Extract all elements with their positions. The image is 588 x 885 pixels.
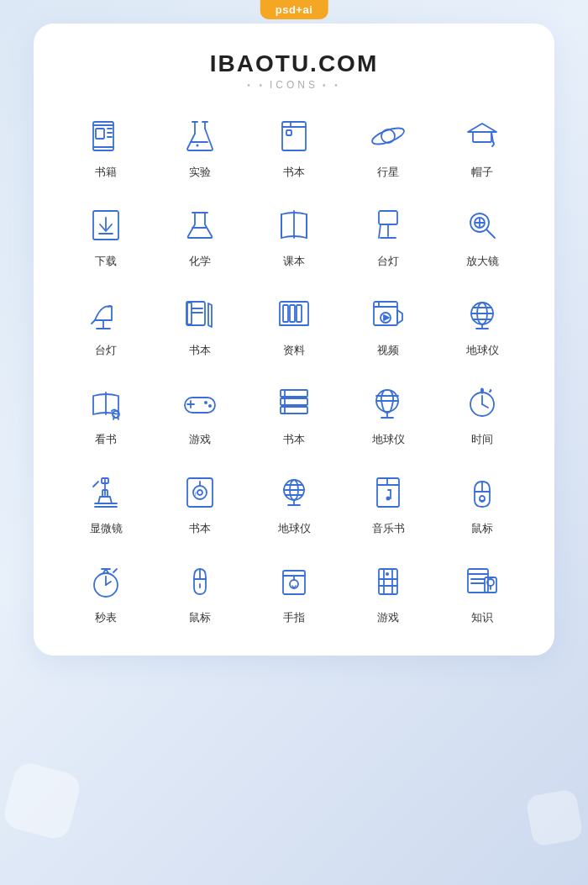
svg-rect-118 xyxy=(283,571,305,594)
tadeng2-icon xyxy=(84,292,128,336)
icon-grid: 书籍 实验 书本 行星 帽子 xyxy=(59,114,529,625)
shuben3-icon xyxy=(272,382,316,425)
deco-corner-bl xyxy=(1,760,83,842)
list-item: 下载 xyxy=(59,203,153,269)
list-item: 鼠标 xyxy=(153,560,247,625)
shuben2-label: 书本 xyxy=(189,343,211,358)
xiazai-label: 下载 xyxy=(95,254,117,269)
biaobiao-icon xyxy=(84,560,128,603)
huaxue-icon xyxy=(178,203,222,247)
kanshu-label: 看书 xyxy=(95,432,117,447)
svg-rect-3 xyxy=(96,129,104,139)
svg-point-68 xyxy=(208,404,212,408)
list-item: 音乐书 xyxy=(341,471,435,536)
shipin-icon xyxy=(366,292,410,336)
youxi1-label: 游戏 xyxy=(189,432,211,447)
list-item: 看书 xyxy=(59,382,153,447)
svg-rect-47 xyxy=(374,302,397,325)
yinyueshu-label: 音乐书 xyxy=(372,521,405,536)
diqiuyi1-label: 地球仪 xyxy=(466,343,499,358)
shuben3-label: 书本 xyxy=(283,432,305,447)
list-item: 地球仪 xyxy=(341,382,435,447)
shuben1-label: 书本 xyxy=(283,165,305,180)
zhishi-label: 知识 xyxy=(471,610,493,625)
diqiuyi2-icon xyxy=(366,382,410,425)
list-item: 游戏 xyxy=(341,560,435,625)
list-item: 知识 xyxy=(435,560,529,625)
xingqiu-label: 行星 xyxy=(377,165,399,180)
shubiao1-label: 鼠标 xyxy=(471,521,493,536)
svg-point-89 xyxy=(197,490,202,495)
shouzhi-icon xyxy=(272,560,316,603)
shuben4-icon: i xyxy=(178,471,222,514)
svg-line-80 xyxy=(482,404,488,408)
fangdajing-icon xyxy=(460,203,504,247)
svg-rect-39 xyxy=(187,303,192,324)
list-item: 台灯 xyxy=(59,292,153,358)
list-item: i 书本 xyxy=(153,471,247,536)
zhishi-icon xyxy=(460,560,504,603)
xianweijing-label: 显微镜 xyxy=(90,521,123,536)
fangdajing-label: 放大镜 xyxy=(466,254,499,269)
list-item: 手指 xyxy=(247,560,341,625)
list-item: 行星 xyxy=(341,114,435,180)
list-item: 放大镜 xyxy=(435,203,529,269)
svg-point-67 xyxy=(204,401,207,404)
tadeng-label: 台灯 xyxy=(377,254,399,269)
shijian-label: 时间 xyxy=(471,432,493,447)
list-item: 实验 xyxy=(153,114,247,180)
list-item: 视频 xyxy=(341,292,435,358)
svg-point-127 xyxy=(386,572,389,576)
format-badge: psd+ai xyxy=(260,0,328,19)
xianweijing-icon xyxy=(84,471,128,514)
keben-icon xyxy=(272,203,316,247)
diqiuyi3-label: 地球仪 xyxy=(278,521,311,536)
deco-corner-br xyxy=(525,788,584,847)
svg-point-104 xyxy=(386,497,391,501)
svg-rect-44 xyxy=(290,305,295,322)
shubiao1-icon xyxy=(460,471,504,514)
shubiao2-icon xyxy=(178,560,222,603)
svg-rect-38 xyxy=(186,302,205,325)
maozi-icon xyxy=(460,114,504,158)
ziliao-icon xyxy=(272,292,316,336)
svg-point-12 xyxy=(197,145,199,147)
list-item: 书籍 xyxy=(59,114,153,180)
shiyan-label: 实验 xyxy=(189,165,211,180)
svg-rect-43 xyxy=(283,305,288,322)
list-item: 书本 xyxy=(247,114,341,180)
svg-text:i: i xyxy=(195,490,197,498)
diqiuyi1-icon xyxy=(460,292,504,336)
shuben2-icon xyxy=(178,292,222,336)
list-item: 课本 xyxy=(247,203,341,269)
shiyan-icon xyxy=(178,114,222,158)
kanshu-icon xyxy=(84,382,128,425)
huaxue-label: 化学 xyxy=(189,254,211,269)
diqiuyi3-icon xyxy=(272,471,316,514)
shubiao2-label: 鼠标 xyxy=(189,610,211,625)
tadeng2-label: 台灯 xyxy=(95,343,117,358)
shipin-label: 视频 xyxy=(377,343,399,358)
shouzhi-label: 手指 xyxy=(283,610,305,625)
svg-rect-27 xyxy=(379,211,397,224)
xiazai-icon xyxy=(84,203,128,247)
svg-marker-49 xyxy=(397,310,402,324)
list-item: 台灯 xyxy=(341,203,435,269)
shuben1-icon xyxy=(272,114,316,158)
shujing-icon xyxy=(84,114,128,158)
list-item: 秒表 xyxy=(59,560,153,625)
list-item: 书本 xyxy=(153,292,247,358)
yinyueshu-icon xyxy=(366,471,410,514)
svg-rect-15 xyxy=(286,130,291,135)
shijian-icon xyxy=(460,382,504,425)
keben-label: 课本 xyxy=(283,254,305,269)
svg-marker-51 xyxy=(384,315,389,320)
svg-line-86 xyxy=(93,482,98,487)
card-title: IBAOTU.COM xyxy=(59,50,529,77)
svg-marker-18 xyxy=(468,124,496,132)
youxi2-label: 游戏 xyxy=(377,610,399,625)
list-item: 地球仪 xyxy=(435,292,529,358)
list-item: 资料 xyxy=(247,292,341,358)
youxi1-icon xyxy=(178,382,222,425)
svg-line-114 xyxy=(113,569,117,572)
